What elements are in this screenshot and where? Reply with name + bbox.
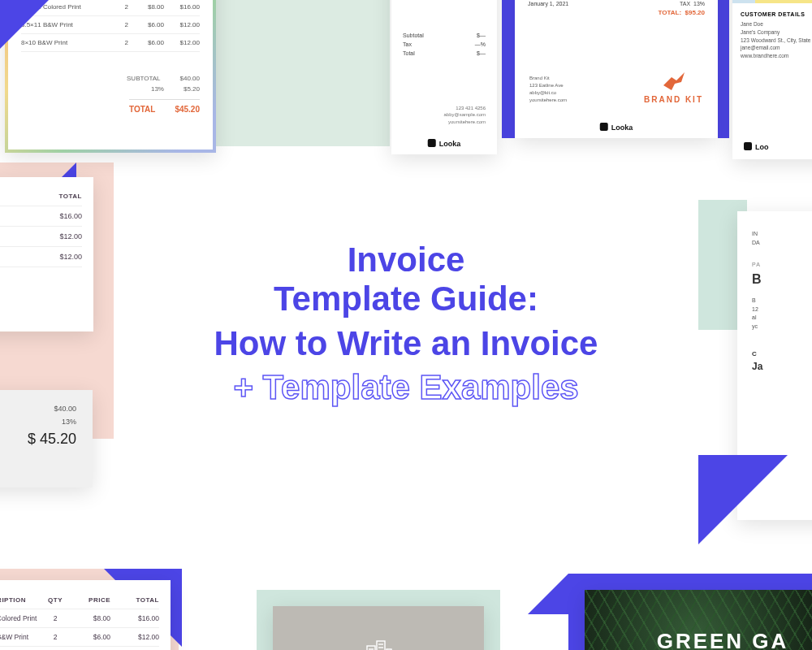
invoice-template-brandkit: DATE ISSUED January 1, 2021 SUBTOTAL $90… (515, 0, 718, 138)
client-label: C (752, 350, 812, 358)
customer-details: Jane Doe Jane's Company 123 Woodward St.… (741, 20, 812, 60)
payable-label: PA (752, 262, 812, 267)
summary-line: Total$— (403, 50, 486, 56)
grand-total: $ 45.20 (0, 431, 76, 448)
color-accent-bar (732, 0, 812, 3)
table-row: 11 Colored Print2$8.00$16.00 (0, 609, 159, 628)
brandkit-logo: BRAND KIT (644, 71, 703, 104)
address-block: B 12 al yc (752, 297, 812, 331)
looka-brand: Loo (744, 142, 769, 151)
table-header: QTY PRICE TOTAL (0, 187, 82, 206)
tax-value: 13% (0, 418, 76, 426)
table-row: 2$6.00$12.00 (0, 227, 82, 247)
looka-brand: Looka (600, 123, 633, 132)
svg-rect-1 (377, 641, 385, 651)
date-issued-block: DATE ISSUED January 1, 2021 (528, 0, 568, 8)
green-garden-title: GREEN GA (657, 629, 789, 650)
triangle-accent (698, 455, 788, 544)
hero-line-3: How to Write an Invoice (130, 323, 682, 366)
table-row: 2$6.00$12.00 (0, 247, 82, 267)
hummingbird-icon (660, 71, 688, 93)
invoice-template-minimal: Subtotal$— Tax—% Total$— 123 421 4256 ab… (391, 0, 497, 154)
triangle-accent (0, 0, 57, 81)
invoice-table-pink: QTY PRICE TOTAL 2$8.00$16.00 2$6.00$12.0… (0, 177, 93, 332)
client-name: Ja (752, 361, 812, 372)
invoice-template-customer: CUSTOMER DETAILS Jane Doe Jane's Company… (732, 0, 812, 159)
hero-line-4: + Template Examples (130, 366, 682, 410)
looka-brand: Looka (428, 139, 461, 148)
table-header: SCRIPTION QTY PRICE TOTAL (0, 592, 159, 609)
subtotal-value: $40.00 (0, 405, 76, 413)
invoice-table-bottom: SCRIPTION QTY PRICE TOTAL 11 Colored Pri… (0, 580, 171, 650)
contact-footer: 123 421 4256 abby@sample.com yoursiteher… (403, 105, 486, 125)
hero-title: Invoice Template Guide: How to Write an … (130, 240, 682, 410)
hero-line-2: Template Guide: (130, 280, 682, 319)
invoice-template-green-garden: GREEN GA SUCCULENT PLANT (585, 590, 812, 650)
table-row: 2$8.00$16.00 (0, 206, 82, 227)
invoice-total-grey: $40.00 13% $ 45.20 (0, 390, 93, 488)
hero-line-1: Invoice (130, 240, 682, 280)
invoice-meta: IN DA (752, 229, 812, 247)
summary-line: Subtotal$— (403, 32, 486, 38)
from-block: Brand Kit 123 Eatline Ave abby@kit.co yo… (529, 75, 567, 104)
invoice-template-bacara: BACARA REAL ESTATE (273, 606, 484, 650)
brandkit-label: BRAND KIT (644, 95, 703, 104)
subtotal-block: SUBTOTAL $90.00 TAX 13% TOTAL: $95.20 (655, 0, 705, 19)
company-initial: B (752, 272, 812, 287)
buildings-icon (362, 638, 395, 651)
section-heading: CUSTOMER DETAILS (741, 11, 812, 17)
table-row: 11 B&W Print2$6.00$12.00 (0, 628, 159, 647)
summary-line: Tax—% (403, 41, 486, 47)
bacara-logo: BACARA REAL ESTATE (346, 638, 410, 651)
